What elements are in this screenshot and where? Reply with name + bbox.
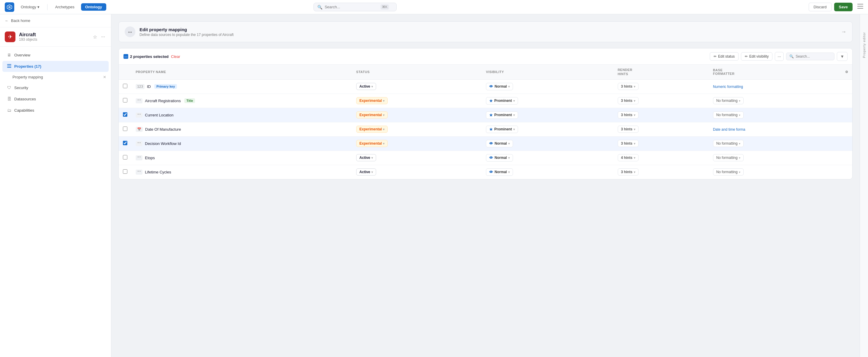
edit-visibility-button[interactable]: ✏ Edit visibility bbox=[741, 52, 772, 61]
formatter-badge[interactable]: No formatting ▾ bbox=[713, 169, 744, 176]
property-name-header: PROPERTY NAME bbox=[131, 65, 352, 79]
status-cell: Experimental ▾ bbox=[352, 108, 482, 122]
tab-ontology[interactable]: Ontology bbox=[81, 3, 106, 11]
search-input[interactable] bbox=[325, 5, 378, 9]
hints-cell: 3 hints ▾ bbox=[614, 122, 709, 136]
sidebar-item-capabilities[interactable]: 🗂 Capabilities bbox=[2, 105, 108, 116]
type-icon: 123 bbox=[136, 84, 145, 89]
table-search-input[interactable] bbox=[796, 54, 831, 59]
hints-badge[interactable]: 3 hints ▾ bbox=[618, 83, 639, 90]
row-checkbox[interactable] bbox=[123, 141, 127, 145]
status-badge[interactable]: Active ▾ bbox=[356, 83, 376, 90]
tab-ontology-dropdown[interactable]: Ontology ▾ bbox=[17, 3, 44, 11]
row-checkbox[interactable] bbox=[123, 112, 127, 117]
more-actions-button[interactable]: ··· bbox=[775, 52, 784, 61]
sidebar-toggle[interactable] bbox=[857, 4, 863, 10]
property-tag: Primary key bbox=[154, 84, 177, 89]
back-home-button[interactable]: ← Back home bbox=[0, 14, 111, 27]
gear-icon[interactable]: ⚙ bbox=[845, 70, 848, 73]
row-checkbox[interactable] bbox=[123, 169, 127, 174]
datasources-icon: 🗄 bbox=[7, 96, 11, 101]
hints-badge[interactable]: 3 hints ▾ bbox=[618, 169, 639, 176]
visibility-badge[interactable]: 👁 Normal ▾ bbox=[486, 154, 513, 161]
formatter-badge[interactable]: No formatting ▾ bbox=[713, 97, 744, 104]
visibility-cell: 👁 Normal ▾ bbox=[482, 151, 614, 165]
settings-header[interactable]: ⚙ bbox=[841, 65, 852, 79]
visibility-badge[interactable]: 👁 Normal ▾ bbox=[486, 140, 513, 147]
status-badge[interactable]: Experimental ▾ bbox=[356, 140, 388, 147]
sidebar-item-property-mapping[interactable]: Property mapping ✕ bbox=[0, 72, 111, 82]
filter-button[interactable]: ▼ bbox=[837, 52, 847, 61]
hints-badge[interactable]: 4 hints ▾ bbox=[618, 154, 639, 161]
status-badge[interactable]: Active ▾ bbox=[356, 169, 376, 176]
pencil2-icon: ✏ bbox=[745, 54, 748, 59]
edit-status-button[interactable]: ✏ Edit status bbox=[710, 52, 739, 61]
status-badge[interactable]: Active ▾ bbox=[356, 154, 376, 161]
visibility-cell: ★ Prominent ▾ bbox=[482, 122, 614, 136]
search-kbd: ⌘K bbox=[380, 4, 389, 9]
banner-arrow[interactable]: → bbox=[841, 29, 846, 35]
row-actions-cell bbox=[841, 79, 852, 94]
save-button[interactable]: Save bbox=[834, 3, 852, 11]
app-logo[interactable] bbox=[5, 2, 14, 12]
status-badge[interactable]: Experimental ▾ bbox=[356, 97, 388, 104]
property-label: Current Location bbox=[145, 113, 173, 117]
visibility-caret-icon: ▾ bbox=[513, 128, 515, 131]
property-label: Etops bbox=[145, 156, 155, 160]
banner-title: Edit property mapping bbox=[140, 27, 234, 32]
type-icon: "" bbox=[136, 141, 143, 146]
visibility-badge[interactable]: 👁 Normal ▾ bbox=[486, 83, 513, 90]
visibility-badge[interactable]: ★ Prominent ▾ bbox=[486, 126, 518, 133]
tab-archetypes[interactable]: Archetypes bbox=[51, 3, 79, 11]
properties-table-container: — 2 properties selected Clear ✏ Edit sta… bbox=[119, 48, 852, 179]
more-options-button[interactable]: ··· bbox=[100, 33, 106, 41]
star-button[interactable]: ☆ bbox=[92, 33, 98, 41]
property-mapping-banner: ↔ Edit property mapping Define data sour… bbox=[119, 21, 852, 42]
hints-badge[interactable]: 3 hints ▾ bbox=[618, 126, 639, 133]
property-name-cell: 📅Date Of Manufacture bbox=[131, 122, 352, 136]
hints-badge[interactable]: 3 hints ▾ bbox=[618, 140, 639, 147]
clear-selection-button[interactable]: Clear bbox=[171, 54, 180, 59]
formatter-caret-icon: ▾ bbox=[739, 171, 740, 174]
hints-badge[interactable]: 3 hints ▾ bbox=[618, 97, 639, 104]
status-badge[interactable]: Experimental ▾ bbox=[356, 111, 388, 119]
row-checkbox[interactable] bbox=[123, 155, 127, 159]
formatter-badge[interactable]: No formatting ▾ bbox=[713, 154, 744, 161]
status-badge[interactable]: Experimental ▾ bbox=[356, 126, 388, 133]
hints-caret-icon: ▾ bbox=[634, 128, 635, 131]
formatter-link[interactable]: Numeric formatting bbox=[713, 85, 743, 89]
row-checkbox[interactable] bbox=[123, 126, 127, 131]
property-editor-tab[interactable]: Property editor bbox=[860, 14, 868, 357]
discard-button[interactable]: Discard bbox=[809, 3, 832, 11]
visibility-badge[interactable]: ★ Prominent ▾ bbox=[486, 97, 518, 105]
hints-badge[interactable]: 3 hints ▾ bbox=[618, 111, 639, 119]
table-row: ""Aircraft RegistrationsTitleExperimenta… bbox=[119, 94, 852, 108]
sidebar-item-datasources[interactable]: 🗄 Datasources bbox=[2, 94, 108, 104]
formatter-caret-icon: ▾ bbox=[739, 142, 740, 145]
property-label: Decision Workflow Id bbox=[145, 141, 181, 146]
close-icon[interactable]: ✕ bbox=[103, 75, 106, 79]
sidebar-item-overview[interactable]: 🖥 Overview bbox=[2, 50, 108, 60]
formatter-cell: Date and time forma bbox=[709, 122, 841, 136]
formatter-badge[interactable]: No formatting ▾ bbox=[713, 140, 744, 147]
property-name-cell: 123IDPrimary key bbox=[131, 79, 352, 94]
table-row: ""Lifetime CyclesActive ▾👁 Normal ▾3 hin… bbox=[119, 165, 852, 179]
formatter-link[interactable]: Date and time forma bbox=[713, 127, 745, 131]
row-checkbox[interactable] bbox=[123, 84, 127, 88]
sidebar-item-security[interactable]: 🛡 Security bbox=[2, 82, 108, 93]
sidebar-item-properties[interactable]: Properties (17) bbox=[2, 61, 108, 72]
row-checkbox[interactable] bbox=[123, 98, 127, 102]
formatter-cell: No formatting ▾ bbox=[709, 108, 841, 122]
visibility-caret-icon: ▾ bbox=[508, 142, 510, 145]
formatter-badge[interactable]: No formatting ▾ bbox=[713, 111, 744, 119]
type-icon: "" bbox=[136, 98, 143, 103]
visibility-badge[interactable]: 👁 Normal ▾ bbox=[486, 169, 513, 176]
select-all-checkbox[interactable]: — bbox=[123, 54, 128, 59]
svg-rect-2 bbox=[857, 4, 863, 4]
formatter-cell: No formatting ▾ bbox=[709, 165, 841, 179]
svg-rect-6 bbox=[7, 66, 11, 66]
svg-marker-1 bbox=[8, 6, 11, 8]
svg-rect-3 bbox=[857, 6, 863, 6]
visibility-badge[interactable]: ★ Prominent ▾ bbox=[486, 111, 518, 119]
formatter-cell: Numeric formatting bbox=[709, 79, 841, 94]
